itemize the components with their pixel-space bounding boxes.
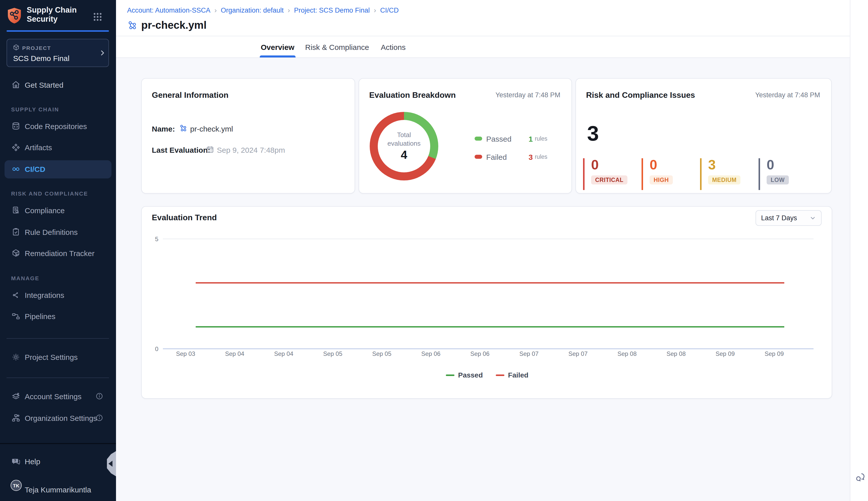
integrations-share-icon	[11, 290, 21, 300]
general-information-card: General Information Name: pr-check.yml L…	[141, 78, 355, 193]
sidebar-item-artifacts[interactable]: Artifacts	[0, 139, 116, 156]
pipeline-file-icon	[179, 124, 188, 132]
pipelines-icon	[11, 311, 21, 321]
info-icon[interactable]	[95, 392, 103, 400]
donut-center-label: evaluations	[387, 139, 421, 148]
card-timestamp: Yesterday at 7:48 PM	[495, 91, 560, 99]
title-row: pr-check.yml	[127, 19, 207, 32]
last-evaluation-value: Sep 9, 2024 7:48pm	[217, 146, 285, 154]
sidebar-item-label: Remediation Tracker	[25, 249, 95, 258]
sidebar-item-pipelines[interactable]: Pipelines	[0, 308, 116, 325]
legend-unit: rules	[535, 154, 547, 160]
sidebar-item-integrations[interactable]: Integrations	[0, 287, 116, 304]
code-repository-icon	[11, 121, 21, 131]
compliance-document-icon	[11, 206, 21, 215]
sidebar-item-label: CI/CD	[25, 165, 45, 173]
donut-center: Total evaluations 4	[378, 120, 430, 172]
layers-gear-icon	[11, 392, 21, 401]
sidebar-divider	[7, 338, 109, 339]
info-icon[interactable]	[95, 414, 103, 422]
org-chart-gear-icon	[11, 413, 21, 423]
sidebar-item-account-settings[interactable]: Account Settings	[0, 388, 116, 405]
sidebar-item-get-started[interactable]: Get Started	[0, 77, 116, 94]
breadcrumb-cicd-link[interactable]: CI/CD	[380, 6, 399, 14]
legend-row-failed: Failed 3 rules	[474, 152, 547, 162]
module-switcher-icon[interactable]	[93, 13, 102, 21]
sidebar-item-code-repositories[interactable]: Code Repositories	[0, 118, 116, 135]
card-title: Evaluation Breakdown	[369, 91, 456, 100]
chat-assistant-icon[interactable]	[854, 472, 866, 483]
svg-text:5: 5	[155, 236, 158, 243]
tab-overview[interactable]: Overview	[261, 36, 294, 57]
svg-text:?: ?	[14, 459, 16, 463]
tab-risk-and-compliance[interactable]: Risk & Compliance	[305, 36, 369, 57]
sidebar: Supply Chain Security PROJECT SCS Demo F…	[0, 0, 116, 501]
failed-line-icon	[496, 374, 505, 376]
evaluation-donut-chart: Total evaluations 4	[370, 112, 438, 180]
evaluation-breakdown-card: Evaluation Breakdown Yesterday at 7:48 P…	[359, 78, 572, 193]
passed-dot-icon	[474, 137, 482, 141]
sidebar-item-compliance[interactable]: Compliance	[0, 202, 116, 219]
sidebar-item-rule-definitions[interactable]: Rule Definitions	[0, 224, 116, 241]
severity-badge: CRITICAL	[591, 175, 627, 184]
content-area: General Information Name: pr-check.yml L…	[116, 58, 850, 501]
trend-legend-label: Failed	[508, 371, 529, 379]
user-name: Teja Kummarikuntla	[25, 486, 91, 494]
card-title: General Information	[152, 91, 229, 100]
help-chat-icon: ?	[11, 457, 21, 466]
sidebar-item-label: Account Settings	[25, 392, 82, 401]
sidebar-user[interactable]: TK Teja Kummarikuntla	[0, 481, 116, 499]
tab-actions[interactable]: Actions	[381, 36, 406, 57]
pipeline-file-icon	[127, 20, 138, 31]
sidebar-item-label: Integrations	[25, 291, 64, 299]
logo-row: Supply Chain Security	[0, 0, 116, 29]
svg-text:Sep 05: Sep 05	[323, 350, 342, 357]
sidebar-item-label: Rule Definitions	[25, 228, 78, 236]
legend-count: 3	[529, 152, 533, 161]
breadcrumb-chevron-icon: ›	[288, 6, 290, 14]
severity-tile-high: 0 HIGH	[641, 158, 673, 190]
failed-dot-icon	[474, 155, 482, 159]
svg-text:0: 0	[155, 345, 158, 352]
name-label: Name:	[152, 125, 175, 133]
svg-text:Sep 07: Sep 07	[519, 350, 538, 357]
sidebar-item-organization-settings[interactable]: Organization Settings	[0, 410, 116, 427]
breadcrumb-organization-link[interactable]: Organization: default	[221, 6, 284, 14]
svg-text:Sep 09: Sep 09	[765, 350, 784, 357]
tabs: Overview Risk & Compliance Actions	[116, 36, 850, 58]
sidebar-item-label: Project Settings	[25, 353, 78, 361]
sidebar-item-label: Get Started	[25, 81, 63, 89]
sidebar-item-remediation-tracker[interactable]: Remediation Tracker	[0, 245, 116, 262]
trend-legend: Passed Failed	[142, 371, 833, 379]
project-selector[interactable]: PROJECT SCS Demo Final	[7, 39, 109, 67]
sidebar-item-project-settings[interactable]: Project Settings	[0, 349, 116, 366]
active-tab-underline	[260, 55, 295, 57]
severity-badge: HIGH	[650, 175, 673, 184]
severity-count: 0	[767, 158, 788, 172]
breadcrumb-project-link[interactable]: Project: SCS Demo Final	[294, 6, 370, 14]
total-issues-count: 3	[587, 121, 599, 146]
legend-count: 1	[529, 134, 533, 143]
breadcrumb-chevron-icon: ›	[215, 6, 217, 14]
sidebar-item-label: Code Repositories	[25, 122, 87, 130]
user-initials: TK	[13, 483, 19, 488]
svg-text:Sep 06: Sep 06	[421, 350, 440, 357]
legend-label: Passed	[486, 134, 522, 143]
clipboard-check-icon	[11, 227, 21, 237]
svg-text:Sep 08: Sep 08	[667, 350, 686, 357]
legend-row-passed: Passed 1 rules	[474, 134, 547, 143]
svg-text:Sep 04: Sep 04	[274, 350, 293, 357]
severity-tile-medium: 3 MEDIUM	[700, 158, 741, 190]
severity-count: 0	[650, 158, 673, 172]
svg-text:Sep 04: Sep 04	[225, 350, 244, 357]
sidebar-item-help[interactable]: ? Help	[0, 453, 116, 470]
cicd-infinity-icon	[11, 164, 21, 174]
trend-legend-passed: Passed	[446, 371, 483, 379]
sidebar-item-label: Help	[25, 457, 40, 466]
sidebar-item-label: Pipelines	[25, 312, 55, 321]
gear-icon	[11, 352, 21, 362]
sidebar-item-cicd[interactable]: CI/CD	[0, 161, 116, 178]
sidebar-item-label: Artifacts	[25, 143, 52, 152]
breadcrumb-account-link[interactable]: Account: Automation-SSCA	[127, 6, 210, 14]
card-title: Risk and Compliance Issues	[586, 91, 695, 100]
